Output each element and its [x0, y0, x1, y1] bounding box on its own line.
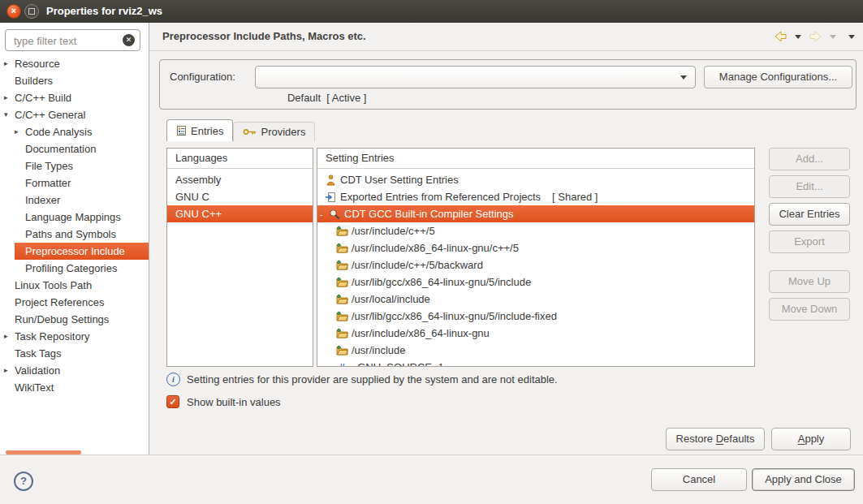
chevron-right-icon[interactable]: ▸: [4, 89, 15, 106]
sidebar-item-paths-and-symbols[interactable]: Paths and Symbols: [0, 226, 149, 243]
close-icon: ×: [11, 6, 16, 15]
sidebar-item-project-references[interactable]: Project References: [0, 294, 149, 311]
sidebar-item-label: Preprocessor Include: [25, 243, 125, 260]
language-item-gnu-c[interactable]: GNU C++: [167, 205, 313, 222]
include-folder-icon: [335, 226, 348, 236]
setting-entry-gnu-source-1[interactable]: #_GNU_SOURCE=1: [317, 359, 754, 367]
macro-icon: #: [335, 361, 348, 367]
help-button[interactable]: ?: [14, 472, 33, 491]
sidebar-item-formatter[interactable]: Formatter: [0, 174, 149, 192]
sidebar-item-linux-tools-path[interactable]: Linux Tools Path: [0, 277, 149, 294]
tree-indent: [4, 72, 15, 89]
question-mark-icon: ?: [20, 475, 27, 487]
chevron-down-icon[interactable]: ▾: [4, 106, 15, 123]
chevron-right-icon[interactable]: ▸: [15, 123, 25, 140]
setting-entry-usr-include-x86-64-linux-gnu[interactable]: /usr/include/x86_64-linux-gnu: [317, 325, 754, 342]
include-folder-icon: [335, 294, 348, 304]
chevron-right-icon[interactable]: ▸: [4, 328, 15, 345]
setting-entry-usr-local-include[interactable]: /usr/local/include: [317, 291, 754, 308]
sidebar-item-preprocessor-include[interactable]: Preprocessor Include: [15, 243, 149, 260]
configuration-value: Default [ Active ]: [287, 92, 367, 104]
clear-entries-button[interactable]: Clear Entries: [769, 203, 850, 226]
sidebar-item-c-c-general[interactable]: ▾C/C++ General: [0, 106, 149, 123]
tab-entries[interactable]: Entries: [166, 119, 233, 141]
configuration-select[interactable]: Default [ Active ]: [255, 66, 696, 88]
page-header: Preprocessor Include Paths, Macros etc.: [149, 23, 863, 51]
setting-entry-usr-include-c-5-backward[interactable]: /usr/include/c++/5/backward: [317, 256, 754, 274]
tab-entries-label: Entries: [191, 125, 223, 137]
close-button[interactable]: ×: [6, 4, 21, 19]
setting-entry-usr-include-x86-64-linux-gnu-c-5[interactable]: /usr/include/x86_64-linux-gnu/c++/5: [317, 239, 754, 256]
sidebar-item-task-tags[interactable]: Task Tags: [0, 345, 149, 362]
move-up-button[interactable]: Move Up: [769, 270, 850, 293]
add-button[interactable]: Add...: [769, 148, 850, 170]
tree-indent: [15, 192, 25, 209]
cancel-button[interactable]: Cancel: [651, 468, 747, 491]
titlebar[interactable]: × Properties for rviz2_ws: [0, 0, 863, 23]
clear-filter-icon[interactable]: ✕: [123, 34, 135, 46]
sidebar-item-resource[interactable]: ▸Resource: [0, 55, 149, 72]
combo-arrow-icon: [680, 75, 687, 80]
apply-button[interactable]: Apply: [771, 428, 851, 450]
settings-tree: ▸ResourceBuilders▸C/C++ Build▾C/C++ Gene…: [0, 55, 149, 396]
sidebar-item-builders[interactable]: Builders: [0, 72, 149, 89]
sidebar-item-profiling-categories[interactable]: Profiling Categories: [0, 260, 149, 277]
sidebar-item-file-types[interactable]: File Types: [0, 157, 149, 174]
sidebar-item-label: Builders: [15, 72, 53, 89]
back-icon[interactable]: [774, 30, 787, 43]
magnifier-icon: [328, 209, 341, 220]
setting-entry-cdt-gcc-built-in-compiler-settings[interactable]: -CDT GCC Built-in Compiler Settings: [317, 205, 754, 222]
sidebar-item-c-c-build[interactable]: ▸C/C++ Build: [0, 89, 149, 106]
sidebar-item-language-mappings[interactable]: Language Mappings: [0, 209, 149, 226]
show-builtin-row: ✓ Show built-in values: [166, 395, 281, 408]
setting-entries-panel: Setting Entries CDT User Setting Entries…: [317, 148, 755, 367]
sidebar-item-task-repository[interactable]: ▸Task Repository: [0, 328, 149, 345]
setting-entry-usr-lib-gcc-x86-64-linux-gnu-5-include-fixed[interactable]: /usr/lib/gcc/x86_64-linux-gnu/5/include-…: [317, 308, 754, 325]
forward-menu-icon[interactable]: [830, 35, 836, 39]
manage-configurations-button[interactable]: Manage Configurations...: [704, 66, 852, 88]
back-menu-icon[interactable]: [795, 35, 801, 39]
export-doc-icon: [324, 192, 337, 203]
chevron-right-icon[interactable]: ▸: [4, 55, 15, 72]
forward-icon[interactable]: [809, 30, 822, 43]
tab-providers[interactable]: Providers: [233, 122, 315, 141]
chevron-right-icon[interactable]: ▸: [4, 362, 15, 379]
restore-defaults-button[interactable]: Restore Defaults: [666, 428, 765, 450]
info-icon: i: [166, 373, 180, 386]
maximize-button[interactable]: [24, 4, 39, 19]
include-folder-icon: [335, 328, 348, 338]
tree-indent: [4, 277, 15, 294]
setting-entry-label: /usr/include: [352, 344, 405, 356]
setting-entry-cdt-user-setting-entries[interactable]: CDT User Setting Entries: [317, 171, 754, 188]
setting-entry-usr-include-c-5[interactable]: /usr/include/c++/5: [317, 222, 754, 239]
show-builtin-checkbox[interactable]: ✓: [166, 395, 179, 408]
sidebar-item-run-debug-settings[interactable]: Run/Debug Settings: [0, 311, 149, 328]
export-button[interactable]: Export: [769, 230, 850, 253]
sidebar-item-code-analysis[interactable]: ▸Code Analysis: [0, 123, 149, 140]
tab-providers-label: Providers: [261, 126, 305, 138]
setting-entry-label: CDT User Setting Entries: [340, 174, 459, 186]
edit-button[interactable]: Edit...: [769, 175, 850, 198]
move-down-button[interactable]: Move Down: [769, 298, 850, 321]
setting-entry-suffix: [ Shared ]: [552, 191, 598, 203]
view-menu-icon[interactable]: [848, 35, 855, 39]
collapse-expander-icon[interactable]: -: [317, 209, 325, 219]
tree-indent: [15, 140, 25, 157]
filter-input[interactable]: [12, 31, 123, 51]
language-item-assembly[interactable]: Assembly: [167, 171, 313, 188]
setting-entry-usr-lib-gcc-x86-64-linux-gnu-5-include[interactable]: /usr/lib/gcc/x86_64-linux-gnu/5/include: [317, 274, 754, 291]
properties-dialog: × Properties for rviz2_ws ✕ ▸ResourceBui…: [0, 0, 863, 504]
sidebar-item-validation[interactable]: ▸Validation: [0, 362, 149, 379]
sidebar-item-wikitext[interactable]: WikiText: [0, 379, 149, 396]
sidebar-item-label: Language Mappings: [25, 209, 121, 226]
sidebar-item-label: C/C++ Build: [15, 89, 71, 106]
sidebar-item-label: WikiText: [15, 379, 54, 396]
sidebar-item-documentation[interactable]: Documentation: [0, 140, 149, 157]
sidebar-item-indexer[interactable]: Indexer: [0, 192, 149, 209]
setting-entry-usr-include[interactable]: /usr/include: [317, 342, 754, 359]
setting-entry-exported-entries-from-referenced-projects[interactable]: Exported Entries from Referenced Project…: [317, 188, 754, 205]
language-item-gnu-c[interactable]: GNU C: [167, 188, 313, 205]
sidebar-item-label: Indexer: [25, 192, 60, 209]
page-title: Preprocessor Include Paths, Macros etc.: [162, 23, 366, 50]
apply-and-close-button[interactable]: Apply and Close: [752, 468, 855, 491]
